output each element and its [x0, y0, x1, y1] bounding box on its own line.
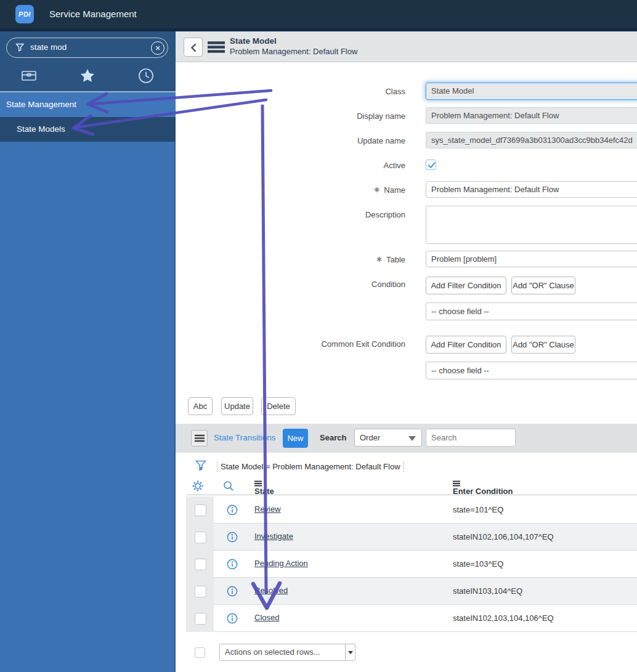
- enter-condition-value: stateIN102,106,104,107^EQ: [453, 532, 554, 541]
- enter-condition-value: stateIN103,104^EQ: [453, 586, 522, 596]
- row-checkbox-cell: [186, 524, 214, 551]
- condition-choose-field-select[interactable]: -- choose field --: [426, 302, 637, 320]
- context-menu-icon[interactable]: [208, 41, 225, 53]
- column-menu-icon: [453, 480, 460, 487]
- clear-filter-icon[interactable]: ✕: [151, 41, 164, 55]
- row-checkbox-cell: [186, 605, 214, 632]
- table-row: Investigate stateIN102,106,104,107^EQ: [186, 524, 637, 551]
- state-link[interactable]: Investigate: [254, 532, 293, 541]
- row-checkbox[interactable]: [195, 613, 206, 625]
- list-search-icon[interactable]: [223, 480, 234, 492]
- enter-condition-value: state=103^EQ: [453, 559, 503, 569]
- row-checkbox[interactable]: [195, 586, 206, 597]
- common-exit-condition-label: Common Exit Condition: [176, 339, 405, 349]
- list-filter-funnel-icon[interactable]: [195, 460, 206, 472]
- search-column-select[interactable]: Order: [354, 429, 422, 447]
- state-link[interactable]: Pending Action: [254, 559, 308, 568]
- abc-button[interactable]: Abc: [188, 397, 213, 415]
- actions-on-selected-rows-select[interactable]: Actions on selected rows...: [219, 644, 355, 661]
- display-name-field[interactable]: Problem Management: Default Flow: [426, 107, 637, 124]
- personalize-gear-icon[interactable]: [192, 480, 203, 492]
- condition-label: Condition: [176, 280, 405, 289]
- info-icon[interactable]: [227, 559, 238, 570]
- column-header-enter-condition[interactable]: Enter Condition: [453, 480, 513, 496]
- filter-funnel-icon: [15, 43, 25, 54]
- chevron-left-icon: [190, 43, 198, 53]
- name-field[interactable]: Problem Management: Default Flow: [426, 181, 637, 198]
- active-label: Active: [176, 161, 405, 170]
- add-or-clause-button[interactable]: Add "OR" Clause: [511, 277, 575, 294]
- column-menu-icon: [254, 480, 262, 487]
- info-icon[interactable]: [227, 586, 238, 597]
- enter-condition-value: stateIN102,103,104,106^EQ: [453, 613, 554, 623]
- sidebar-top-section: state mod ✕: [0, 31, 176, 91]
- add-filter-condition-button[interactable]: Add Filter Condition: [426, 277, 506, 294]
- column-header-state[interactable]: State: [254, 480, 274, 496]
- record-type-title: State Model: [230, 36, 357, 46]
- row-checkbox[interactable]: [195, 559, 206, 570]
- exit-add-filter-condition-button[interactable]: Add Filter Condition: [426, 336, 506, 354]
- related-list-header: State Transitions New Search Order: [176, 424, 637, 453]
- update-name-field[interactable]: sys_state_model_df73699a3b031300ad3cc9bb…: [426, 132, 637, 148]
- description-field[interactable]: [426, 206, 637, 244]
- select-arrow-icon: [345, 644, 355, 660]
- list-filter-breadcrumb[interactable]: State Model = Problem Management: Defaul…: [217, 461, 404, 472]
- table-field[interactable]: Problem [problem]: [426, 251, 637, 267]
- record-title-block: State Model Problem Management: Default …: [230, 36, 357, 57]
- name-label: Name: [176, 185, 405, 195]
- info-icon[interactable]: [227, 613, 238, 624]
- history-clock-icon[interactable]: [137, 67, 155, 84]
- hamburger-icon: [195, 434, 205, 442]
- row-checkbox[interactable]: [195, 532, 206, 543]
- navigator-filter-value[interactable]: state mod: [30, 43, 67, 52]
- description-label: Description: [176, 210, 405, 219]
- new-button[interactable]: New: [283, 429, 308, 448]
- delete-button[interactable]: Delete: [261, 397, 296, 415]
- exit-choose-field-select[interactable]: -- choose field --: [426, 362, 637, 379]
- list-table-header: State Enter Condition: [186, 477, 637, 495]
- class-label: Class: [176, 87, 405, 96]
- list-search-input[interactable]: [426, 429, 516, 447]
- mandatory-icon: [374, 185, 384, 195]
- table-label: Table: [176, 255, 405, 264]
- sidebar-module-label: State Models: [17, 124, 65, 134]
- table-row: Pending Action state=103^EQ: [186, 551, 637, 578]
- triangle-down-icon: [408, 436, 416, 441]
- select-all-checkbox[interactable]: [195, 647, 205, 658]
- row-checkbox-cell: [186, 551, 214, 578]
- favorites-star-icon[interactable]: [79, 67, 96, 84]
- application-navigator: state mod ✕ State Management State Model…: [0, 31, 176, 672]
- row-checkbox-cell: [186, 578, 214, 605]
- info-icon[interactable]: [227, 504, 238, 516]
- mandatory-icon: [376, 255, 386, 264]
- update-name-label: Update name: [176, 136, 405, 145]
- state-link[interactable]: Resolved: [254, 586, 288, 595]
- table-row: Closed stateIN102,103,104,106^EQ: [186, 605, 637, 632]
- display-name-label: Display name: [176, 111, 405, 121]
- navigator-filter-input[interactable]: state mod ✕: [6, 38, 168, 58]
- exit-add-or-clause-button[interactable]: Add "OR" Clause: [511, 336, 575, 354]
- list-search-label: Search: [320, 433, 346, 442]
- sidebar-item-state-models[interactable]: State Models: [0, 117, 176, 142]
- class-field[interactable]: State Model: [426, 83, 637, 100]
- app-title: Service Management: [49, 0, 137, 28]
- record-subtitle: Problem Management: Default Flow: [230, 46, 357, 57]
- state-link[interactable]: Closed: [254, 613, 279, 622]
- record-header: State Model Problem Management: Default …: [176, 31, 637, 62]
- related-list-title[interactable]: State Transitions: [214, 433, 276, 442]
- row-checkbox[interactable]: [195, 504, 206, 516]
- update-button[interactable]: Update: [221, 397, 253, 415]
- all-applications-icon[interactable]: [20, 67, 38, 84]
- enter-condition-value: state=101^EQ: [453, 505, 503, 514]
- state-link[interactable]: Review: [254, 504, 281, 514]
- table-row: Review state=101^EQ: [186, 496, 637, 524]
- back-button[interactable]: [184, 38, 203, 57]
- sidebar-item-state-management[interactable]: State Management: [0, 92, 176, 117]
- list-context-menu-button[interactable]: [191, 430, 208, 447]
- active-checkbox[interactable]: [426, 160, 436, 170]
- app-header: PDI Service Management: [0, 0, 637, 28]
- info-icon[interactable]: [227, 532, 238, 543]
- pdi-logo[interactable]: PDI: [15, 5, 34, 23]
- table-row: Resolved stateIN103,104^EQ: [186, 578, 637, 605]
- row-checkbox-cell: [186, 496, 214, 524]
